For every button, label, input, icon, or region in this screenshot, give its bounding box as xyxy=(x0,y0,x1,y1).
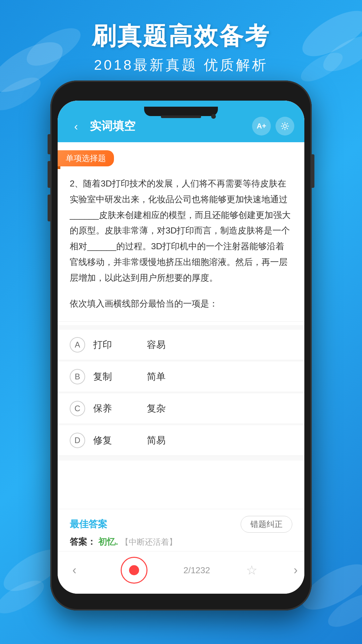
record-button[interactable] xyxy=(121,557,147,584)
answer-label: 答案： xyxy=(70,537,96,547)
options-area: A 打印 容易 B 复制 简单 C xyxy=(58,325,304,461)
back-button[interactable]: ‹ xyxy=(68,120,84,133)
navbar-title: 实词填空 xyxy=(90,118,252,134)
option-a-content: 打印 容易 xyxy=(93,338,166,351)
option-a[interactable]: A 打印 容易 xyxy=(58,330,304,360)
bottom-section: 最佳答案 错题纠正 答案： 初忆. 【中断还活着】 xyxy=(58,509,304,551)
option-c-content: 保养 复杂 xyxy=(93,402,166,415)
phone-vol-up-button xyxy=(48,161,50,188)
option-a-circle: A xyxy=(70,337,85,353)
bottom-navigation: ‹ 2/1232 ☆ › xyxy=(58,551,304,594)
option-d-content: 修复 简易 xyxy=(93,434,166,447)
favorite-button[interactable]: ☆ xyxy=(246,563,257,578)
settings-icon xyxy=(281,122,289,130)
option-b[interactable]: B 复制 简单 xyxy=(58,362,304,392)
svg-point-2 xyxy=(0,71,45,116)
category-tag: 单项选择题 xyxy=(58,150,114,166)
app-screen: ‹ 实词填空 A+ 单项选择题 xyxy=(58,101,304,594)
answer-row: 答案： 初忆. 【中断还活着】 xyxy=(70,536,292,548)
error-correct-button[interactable]: 错题纠正 xyxy=(241,516,292,533)
question-body-text: 随着3D打印技术的发展，人们将不再需要等待皮肤在实验室中研发出来，化妆品公司也将… xyxy=(70,178,291,283)
app-title: 刷真题高效备考 xyxy=(0,20,362,52)
question-text: 2、随着3D打印技术的发展，人们将不再需要等待皮肤在实验室中研发出来，化妆品公司… xyxy=(58,169,304,292)
svg-point-10 xyxy=(284,125,287,128)
phone-notch xyxy=(144,107,218,116)
navbar-icons: A+ xyxy=(252,117,294,136)
option-d-part2: 简易 xyxy=(147,434,166,447)
answer-value: 初忆. xyxy=(98,537,118,547)
option-d-part1: 修复 xyxy=(93,434,120,447)
font-size-button[interactable]: A+ xyxy=(252,117,271,136)
category-section: 单项选择题 xyxy=(58,142,304,166)
app-subtitle: 2018最新真题 优质解析 xyxy=(0,56,362,74)
question-number: 2、 xyxy=(70,178,83,189)
next-button[interactable]: › xyxy=(294,563,298,577)
option-d[interactable]: D 修复 简易 xyxy=(58,425,304,456)
phone-mockup: ‹ 实词填空 A+ 单项选择题 xyxy=(50,80,312,610)
option-b-content: 复制 简单 xyxy=(93,370,166,383)
answer-hint: 【中断还活着】 xyxy=(121,537,177,546)
phone-camera xyxy=(211,114,216,119)
prev-button[interactable]: ‹ xyxy=(64,563,84,577)
option-b-part2: 简单 xyxy=(147,370,166,383)
option-c[interactable]: C 保养 复杂 xyxy=(58,393,304,424)
option-a-part1: 打印 xyxy=(93,338,120,351)
app-header: 刷真题高效备考 2018最新真题 优质解析 xyxy=(0,20,362,74)
page-info: 2/1232 xyxy=(183,565,210,576)
record-icon xyxy=(129,565,139,575)
fill-instruction: 依次填入画横线部分最恰当的一项是： xyxy=(58,292,304,318)
best-answer-label: 最佳答案 xyxy=(70,518,107,531)
settings-button[interactable] xyxy=(276,117,294,136)
option-c-part1: 保养 xyxy=(93,402,120,415)
option-d-circle: D xyxy=(70,433,85,448)
best-answer-row: 最佳答案 错题纠正 xyxy=(70,516,292,533)
option-b-circle: B xyxy=(70,369,85,384)
phone-mute-button xyxy=(48,134,50,154)
phone-screen: ‹ 实词填空 A+ 单项选择题 xyxy=(58,101,304,594)
spacer xyxy=(58,461,304,467)
question-body: 单项选择题 2、随着3D打印技术的发展，人们将不再需要等待皮肤在实验室中研发出来… xyxy=(58,142,304,509)
option-c-part2: 复杂 xyxy=(147,402,166,415)
option-a-part2: 容易 xyxy=(147,338,166,351)
svg-point-9 xyxy=(323,588,362,633)
option-b-part1: 复制 xyxy=(93,370,120,383)
svg-point-7 xyxy=(0,574,49,620)
divider-before-options xyxy=(58,321,304,322)
phone-vol-down-button xyxy=(48,195,50,221)
option-c-circle: C xyxy=(70,401,85,416)
phone-speaker xyxy=(161,115,201,118)
phone-power-button xyxy=(312,154,314,188)
